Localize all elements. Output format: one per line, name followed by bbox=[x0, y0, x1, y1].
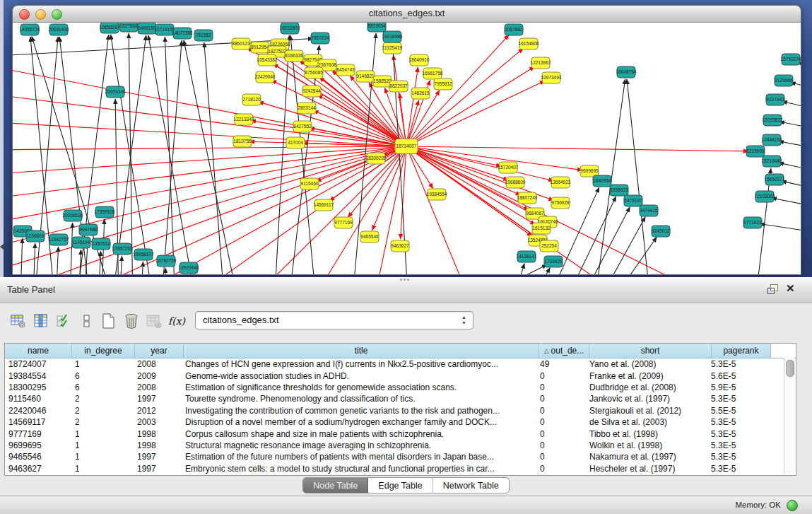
graph-node[interactable]: 8427552 bbox=[293, 121, 312, 132]
scrollbar-thumb[interactable] bbox=[786, 360, 794, 377]
table-cell[interactable]: 6 bbox=[71, 382, 134, 392]
graph-node[interactable]: 8860123 bbox=[232, 38, 250, 49]
column-header-year[interactable]: year bbox=[135, 344, 184, 358]
graph-node[interactable]: 1588520 bbox=[373, 76, 392, 87]
table-cell[interactable]: 2009 bbox=[134, 371, 182, 381]
table-cell[interactable]: 5.9E-5 bbox=[707, 382, 766, 392]
graph-node[interactable]: 14136141 bbox=[517, 251, 537, 262]
table-cell[interactable]: Yano et al. (2008) bbox=[586, 359, 707, 369]
import-table-button[interactable] bbox=[143, 311, 165, 331]
table-cell[interactable]: Tourette syndrome. Phenomenology and cla… bbox=[182, 394, 536, 404]
graph-node[interactable]: 1462615 bbox=[411, 88, 430, 99]
table-cell[interactable]: 49 bbox=[536, 359, 586, 369]
tab-node-table[interactable]: Node Table bbox=[303, 478, 368, 493]
graph-node[interactable]: 13654923 bbox=[551, 177, 571, 188]
table-row[interactable]: 1830029562008Estimation of significance … bbox=[5, 382, 796, 393]
graph-node[interactable]: 9465546 bbox=[360, 231, 379, 243]
column-header-name[interactable]: name bbox=[5, 344, 72, 358]
graph-node[interactable]: 16782759 bbox=[156, 255, 177, 267]
graph-node[interactable]: 9115460 bbox=[300, 178, 319, 189]
table-cell[interactable]: 1 bbox=[71, 464, 134, 474]
graph-node[interactable]: 10653287 bbox=[100, 23, 120, 33]
graph-node[interactable]: 15720407 bbox=[498, 162, 519, 173]
graph-node[interactable]: 12923448 bbox=[179, 262, 199, 274]
graph-node[interactable]: 12444154 bbox=[762, 134, 782, 146]
graph-node[interactable]: 2087682 bbox=[505, 24, 523, 35]
graph-node[interactable]: 1350513 bbox=[92, 238, 110, 250]
merge-rows-button[interactable] bbox=[75, 311, 98, 331]
table-row[interactable]: 2242004622012Investigating the contribut… bbox=[5, 405, 796, 416]
table-cell[interactable]: Stergiakouli et al. (2012) bbox=[586, 406, 707, 416]
table-cell[interactable]: 1997 bbox=[134, 394, 182, 404]
table-cell[interactable]: Franke et al. (2009) bbox=[586, 371, 707, 381]
table-cell[interactable]: 2008 bbox=[134, 382, 182, 392]
table-cell[interactable]: 9463627 bbox=[5, 464, 71, 474]
graph-node[interactable]: 1840954 bbox=[593, 175, 611, 187]
graph-node[interactable]: 8938923 bbox=[610, 185, 628, 196]
graph-node[interactable]: 15751074 bbox=[781, 54, 801, 65]
table-cell[interactable]: 19384554 bbox=[5, 371, 71, 381]
column-select-button[interactable] bbox=[30, 311, 52, 331]
table-row[interactable]: 977716911998Corpus callosum shape and si… bbox=[5, 428, 796, 439]
graph-node[interactable]: 1156869 bbox=[26, 230, 45, 242]
table-cell[interactable]: Dudbridge et al. (2008) bbox=[586, 382, 707, 392]
graph-node[interactable]: 12342757 bbox=[49, 234, 69, 245]
network-window-titlebar[interactable]: citations_edges.txt bbox=[12, 5, 801, 23]
table-cell[interactable]: 5.3E-5 bbox=[707, 464, 766, 474]
graph-node[interactable]: 9227343 bbox=[766, 94, 784, 105]
table-cell[interactable]: 18724007 bbox=[5, 359, 71, 369]
graph-node[interactable]: 17957253 bbox=[112, 243, 133, 255]
graph-node[interactable]: 9129966 bbox=[775, 75, 793, 86]
graph-node[interactable]: 12093832 bbox=[763, 115, 783, 126]
collapse-arrow-icon[interactable] bbox=[0, 243, 4, 250]
graph-node[interactable]: 8822037 bbox=[389, 81, 408, 92]
table-cell[interactable]: 5.3E-5 bbox=[707, 429, 766, 439]
table-cell[interactable]: 2008 bbox=[134, 359, 182, 369]
delete-table-button[interactable] bbox=[120, 311, 143, 331]
table-cell[interactable]: Genome-wide association studies in ADHD. bbox=[182, 371, 536, 381]
table-cell[interactable]: Jankovic et al. (1997) bbox=[586, 394, 707, 404]
graph-node[interactable]: 15692971 bbox=[765, 174, 785, 185]
column-header-out_de[interactable]: △out_de... bbox=[539, 344, 589, 358]
table-cell[interactable]: 5.3E-5 bbox=[707, 417, 766, 427]
graph-node[interactable]: 8215955 bbox=[746, 146, 765, 157]
graph-node[interactable]: 20053346 bbox=[105, 86, 126, 98]
table-cell[interactable]: 0 bbox=[536, 371, 586, 381]
graph-node[interactable]: 9463627 bbox=[391, 240, 409, 252]
table-cell[interactable]: Changes of HCN gene expression and I(f) … bbox=[182, 359, 536, 369]
graph-node[interactable]: 18300295 bbox=[366, 153, 387, 164]
graph-node[interactable]: 2803144 bbox=[298, 103, 316, 114]
graph-node[interactable]: 1527602 bbox=[119, 23, 138, 32]
column-header-title[interactable]: title bbox=[184, 344, 539, 358]
table-cell[interactable]: 5.3E-5 bbox=[707, 440, 766, 450]
table-cell[interactable]: 1998 bbox=[134, 429, 182, 439]
table-cell[interactable]: 2 bbox=[71, 417, 134, 427]
table-cell[interactable]: 0 bbox=[536, 440, 586, 450]
graph-node[interactable]: 6771023 bbox=[743, 217, 762, 228]
table-cell[interactable]: 0 bbox=[536, 464, 586, 474]
table-cell[interactable]: Embryonic stem cells: a model to study s… bbox=[182, 464, 536, 474]
table-cell[interactable]: 9777169 bbox=[5, 429, 71, 439]
graph-node[interactable]: 9097588 bbox=[79, 224, 98, 235]
table-cell[interactable]: 1 bbox=[71, 429, 134, 439]
table-cell[interactable]: 1997 bbox=[134, 464, 182, 474]
column-header-short[interactable]: short bbox=[589, 344, 712, 358]
graph-node[interactable]: 16958107 bbox=[134, 249, 154, 260]
graph-node[interactable]: 6466160 bbox=[138, 23, 156, 34]
graph-node[interactable]: 9474415 bbox=[640, 205, 658, 216]
table-cell[interactable]: 1 bbox=[71, 440, 134, 450]
table-row[interactable]: 1456911722003Disruption of a novel membe… bbox=[5, 416, 796, 428]
float-panel-icon[interactable] bbox=[767, 284, 779, 295]
table-cell[interactable]: 0 bbox=[536, 382, 586, 392]
table-cell[interactable]: 5.3E-5 bbox=[707, 452, 766, 462]
graph-node[interactable]: 16154808 bbox=[519, 38, 539, 49]
table-cell[interactable]: Investigating the contribution of common… bbox=[182, 406, 536, 416]
table-cell[interactable]: 22420046 bbox=[5, 406, 71, 416]
graph-node[interactable]: 10688609 bbox=[505, 177, 526, 188]
graph-node[interactable]: 16961758 bbox=[423, 68, 443, 79]
table-cell[interactable]: 0 bbox=[536, 429, 586, 439]
table-cell[interactable]: Hescheler et al. (1997) bbox=[586, 464, 707, 474]
graph-node[interactable]: 14569117 bbox=[314, 199, 334, 211]
graph-node[interactable]: 19218986 bbox=[382, 31, 403, 42]
function-builder-button[interactable]: f(x) bbox=[165, 311, 188, 331]
